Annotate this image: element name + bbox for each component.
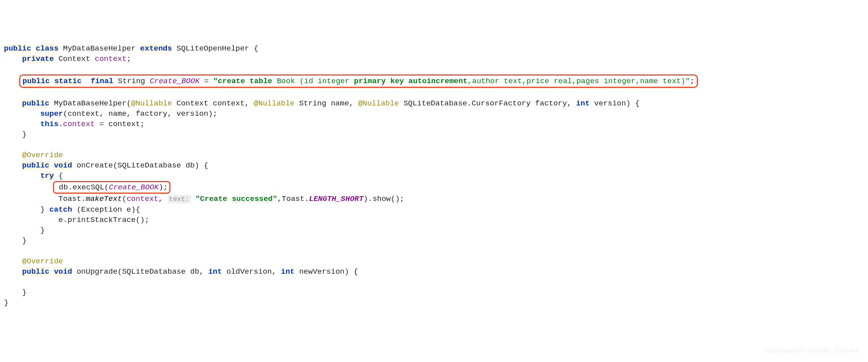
constant-ref: Create_BOOK [109,183,158,192]
keyword: super [40,109,63,118]
string: "Create [195,195,232,203]
string: Book (id integer [277,77,354,86]
text: ( [122,195,126,203]
keyword: static [54,77,81,86]
keyword: public [4,44,31,53]
keyword: public [22,161,49,170]
text: e.printStackTrace(); [59,216,149,224]
text: ).show(); [364,195,405,203]
constant-name: Create_BOOK [150,77,199,86]
text: String [113,77,150,86]
text: SQLiteDatabase.CursorFactory factory, [399,99,576,108]
annotation: @Override [22,257,63,266]
keyword: int [208,267,222,276]
keyword: int [281,267,295,276]
text: ); [159,183,168,192]
string-typo: successed [232,195,273,203]
code-block: public class MyDataBaseHelper extends SQ… [4,43,868,308]
highlight-box-execsql: db.execSQL(Create_BOOK); [53,181,171,194]
keyword: void [54,267,72,276]
string: "create table [213,77,277,86]
text: Context [54,54,95,63]
text: db.execSQL( [59,183,109,192]
field: context [63,120,95,128]
string: primary key autoincrement [354,77,467,86]
keyword: public [22,99,49,108]
text: ; [690,77,694,86]
text: (context, name, factory, version); [63,109,217,118]
text: } [40,226,45,235]
text: } [40,205,49,214]
annotation: @Nullable [254,99,295,108]
text: } [22,130,27,139]
text: } [22,288,27,297]
static-method: makeText [86,195,122,203]
keyword: extends [140,44,172,53]
text: oldVersion, [222,267,281,276]
keyword: final [91,77,113,86]
keyword: this [40,120,59,128]
text: version) { [590,99,639,108]
string: ,author text,price real,pages integer,na… [467,77,690,86]
annotation: @Override [22,151,63,160]
text: , [158,195,168,203]
text: { [54,171,63,180]
keyword: public [22,267,49,276]
keyword: public [23,77,50,86]
field: context [127,195,158,203]
text: onUpgrade(SQLiteDatabase db, [72,267,208,276]
text: . [59,120,63,128]
text: = context; [95,120,145,128]
text: MyDataBaseHelper [59,44,140,53]
text: ,Toast. [277,195,309,203]
text: newVersion) { [295,267,358,276]
text: (Exception e){ [72,205,140,214]
keyword: catch [49,205,72,214]
text [191,195,195,203]
text: } [4,298,8,307]
keyword: int [576,99,590,108]
text: MyDataBaseHelper( [49,99,131,108]
text: ; [127,54,131,63]
watermark: https://blog.csdn.net/weixin_42011443 [764,345,858,356]
text: onCreate(SQLiteDatabase db) { [72,161,208,170]
keyword: void [54,161,72,170]
keyword: class [36,44,59,53]
keyword: private [22,54,54,63]
highlight-box-create-book-const: public static final String Create_BOOK =… [19,74,698,88]
parameter-hint: text: [168,195,191,203]
keyword: try [40,171,54,180]
annotation: @Nullable [358,99,399,108]
field: context [95,54,127,63]
text: SQLiteOpenHelper { [172,44,258,53]
constant: LENGTH_SHORT [309,195,364,203]
text: Toast. [59,195,86,203]
annotation: @Nullable [131,99,172,108]
text: String name, [295,99,358,108]
text: } [22,236,27,245]
text: Context context, [172,99,254,108]
text: = [199,77,213,86]
string: " [273,195,277,203]
